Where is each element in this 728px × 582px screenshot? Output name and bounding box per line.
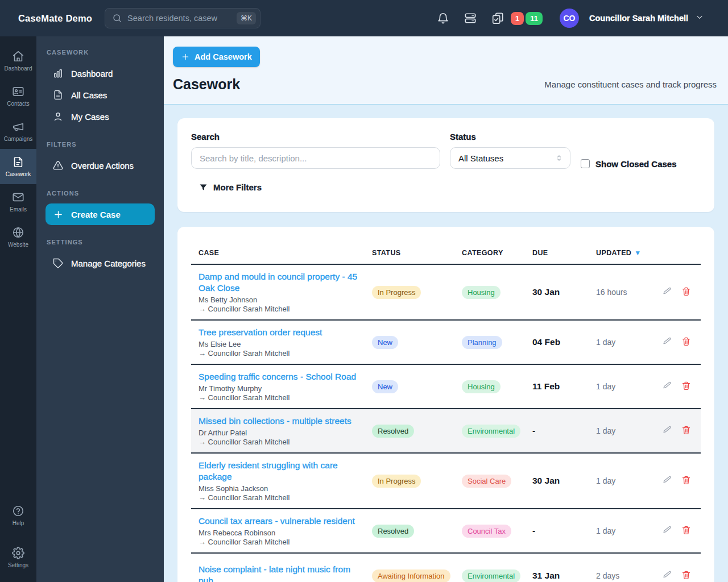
- column-header-category[interactable]: CATEGORY: [458, 227, 529, 264]
- edit-case-button[interactable]: [663, 286, 672, 298]
- sidebar-item-label: Dashboard: [71, 69, 113, 78]
- rail-item-label: Casework: [6, 171, 31, 177]
- status-badge: Resolved: [372, 425, 414, 438]
- clipboard-check-icon[interactable]: [491, 12, 504, 24]
- pencil-icon: [663, 336, 672, 346]
- main-content: Add Casework Casework Manage constituent…: [164, 36, 728, 582]
- delete-case-button[interactable]: [681, 475, 691, 487]
- rail-item-label: Website: [8, 242, 28, 248]
- due-date: -: [532, 526, 535, 535]
- delete-case-button[interactable]: [681, 425, 691, 436]
- table-row[interactable]: Damp and mould in council property - 45 …: [191, 264, 701, 320]
- table-row[interactable]: Noise complaint - late night music from …: [191, 553, 701, 582]
- status-select[interactable]: All Statuses: [450, 147, 570, 169]
- sidebar-item-my-cases[interactable]: My Cases: [46, 106, 155, 127]
- warning-triangle-icon: [52, 160, 64, 171]
- status-select-value: All Statuses: [458, 153, 503, 163]
- delete-case-button[interactable]: [681, 570, 691, 581]
- user-name: Councillor Sarah Mitchell: [589, 14, 688, 23]
- rail-item-settings[interactable]: Settings: [0, 540, 36, 575]
- sidebar-item-dashboard[interactable]: Dashboard: [46, 63, 155, 84]
- column-header-case[interactable]: CASE: [191, 227, 369, 264]
- more-filters-button[interactable]: More Filters: [199, 182, 262, 192]
- avatar[interactable]: CO: [560, 9, 579, 28]
- edit-case-button[interactable]: [663, 381, 672, 392]
- case-title-link[interactable]: Missed bin collections - multiple street…: [198, 415, 362, 427]
- case-cell: Tree preservation order requestMs Elsie …: [191, 320, 369, 364]
- delete-case-button[interactable]: [681, 336, 691, 348]
- megaphone-icon: [12, 120, 24, 133]
- nav-rail: DashboardContactsCampaignsCaseworkEmails…: [0, 36, 36, 582]
- rail-item-help[interactable]: Help: [0, 498, 36, 533]
- create-case-button[interactable]: Create Case: [46, 203, 155, 225]
- rail-item-dashboard[interactable]: Dashboard: [0, 43, 36, 78]
- actions-cell: [659, 364, 701, 409]
- actions-cell: [659, 453, 701, 509]
- search-input[interactable]: [191, 147, 440, 169]
- column-header-status[interactable]: STATUS: [369, 227, 458, 264]
- delete-case-button[interactable]: [681, 381, 691, 392]
- rail-item-website[interactable]: Website: [0, 219, 36, 255]
- edit-case-button[interactable]: [663, 425, 672, 436]
- sidebar-item-all-cases[interactable]: All Cases: [46, 84, 155, 106]
- case-title-link[interactable]: Tree preservation order request: [198, 327, 362, 338]
- edit-case-button[interactable]: [663, 525, 672, 537]
- table-row[interactable]: Missed bin collections - multiple street…: [191, 409, 701, 453]
- case-title-link[interactable]: Elderly resident struggling with care pa…: [198, 460, 362, 483]
- table-row[interactable]: Elderly resident struggling with care pa…: [191, 453, 701, 509]
- sidebar-item-label: My Cases: [71, 112, 109, 122]
- column-header-due[interactable]: DUE: [529, 227, 593, 264]
- rail-item-label: Help: [13, 520, 24, 526]
- status-badge: In Progress: [372, 475, 421, 488]
- rail-item-casework[interactable]: Casework: [0, 149, 36, 184]
- sidebar-section: SETTINGSManage Categories: [46, 239, 155, 274]
- case-title-link[interactable]: Noise complaint - late night music from …: [198, 564, 362, 582]
- rail-item-contacts[interactable]: Contacts: [0, 78, 36, 114]
- rail-item-campaigns[interactable]: Campaigns: [0, 114, 36, 149]
- show-closed-checkbox[interactable]: [581, 159, 590, 168]
- alerts-count-badge[interactable]: 1: [511, 12, 524, 25]
- actions-cell: [659, 320, 701, 364]
- table-row[interactable]: Council tax arrears - vulnerable residen…: [191, 509, 701, 553]
- edit-case-button[interactable]: [663, 336, 672, 348]
- sidebar-item-label: All Cases: [71, 90, 107, 100]
- tasks-count-badge[interactable]: 11: [526, 12, 543, 25]
- category-cell: Housing: [458, 264, 529, 320]
- table-row[interactable]: Tree preservation order requestMs Elsie …: [191, 320, 701, 364]
- status-cell: In Progress: [369, 453, 458, 509]
- category-badge: Environmental: [462, 569, 520, 582]
- pencil-icon: [663, 286, 672, 296]
- status-badge: In Progress: [372, 286, 421, 299]
- case-title-link[interactable]: Speeding traffic concerns - School Road: [198, 371, 362, 383]
- edit-case-button[interactable]: [663, 570, 672, 581]
- updated-cell: 16 hours: [593, 264, 659, 320]
- show-closed-cases-toggle[interactable]: Show Closed Cases: [581, 157, 677, 170]
- sidebar-item-manage-categories[interactable]: Manage Categories: [46, 252, 155, 274]
- delete-case-button[interactable]: [681, 525, 691, 537]
- case-title-link[interactable]: Council tax arrears - vulnerable residen…: [198, 516, 362, 527]
- column-header-label: CASE: [198, 249, 219, 257]
- due-date: 30 Jan: [532, 476, 560, 485]
- case-title-link[interactable]: Damp and mould in council property - 45 …: [198, 271, 362, 294]
- table-row[interactable]: Speeding traffic concerns - School RoadM…: [191, 364, 701, 409]
- category-badge: Social Care: [462, 475, 511, 488]
- updated-cell: 1 day: [593, 364, 659, 409]
- sidebar-item-overdue-actions[interactable]: Overdue Actions: [46, 155, 155, 176]
- file-icon: [52, 89, 64, 101]
- case-assigned: → Councillor Sarah Mitchell: [198, 438, 365, 447]
- server-icon[interactable]: [464, 12, 477, 24]
- bell-icon[interactable]: [437, 12, 449, 24]
- select-carets-icon: [555, 153, 564, 163]
- add-casework-button[interactable]: Add Casework: [173, 47, 260, 67]
- rail-item-label: Contacts: [7, 101, 29, 107]
- status-badge: Awaiting Information: [372, 569, 450, 582]
- delete-case-button[interactable]: [681, 286, 691, 298]
- column-header-updated[interactable]: UPDATED▼: [593, 227, 659, 264]
- pencil-icon: [663, 381, 672, 390]
- rail-spacer: [0, 255, 36, 498]
- global-search-input[interactable]: Search residents, casew ⌘K: [105, 8, 260, 28]
- rail-item-emails[interactable]: Emails: [0, 184, 36, 219]
- edit-case-button[interactable]: [663, 475, 672, 487]
- user-menu-chevron[interactable]: [695, 13, 704, 24]
- status-cell: Resolved: [369, 409, 458, 453]
